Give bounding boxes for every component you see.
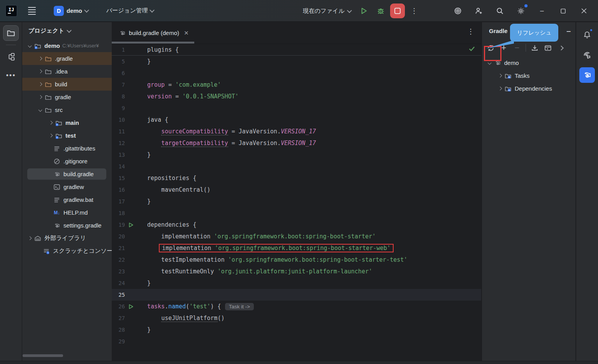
inspection-ok-icon[interactable] [468, 45, 476, 52]
gradle-item-Tasks[interactable]: Tasks [482, 69, 575, 82]
project-item-build[interactable]: build [22, 78, 112, 91]
gutter-run-icon[interactable] [125, 222, 137, 228]
code-line-5[interactable]: 5} [112, 56, 481, 67]
project-widget[interactable]: D demo [51, 4, 91, 18]
code-line-17[interactable]: 17} [112, 196, 481, 207]
project-item-.gradle[interactable]: .gradle [22, 52, 112, 65]
project-item--[interactable]: 外部ライブラリ [22, 232, 112, 245]
debug-button[interactable] [373, 3, 389, 19]
code-with-me-icon[interactable] [471, 3, 487, 19]
code-line-23[interactable]: 23 testRuntimeOnly 'org.junit.platform:j… [112, 266, 481, 277]
code-line-25[interactable]: 25 [112, 289, 481, 301]
stop-button[interactable] [390, 4, 405, 18]
code-line-12[interactable]: 12 targetCompatibility = JavaVersion.VER… [112, 137, 481, 149]
project-item-.idea[interactable]: .idea [22, 65, 112, 78]
editor-options-icon[interactable]: ⋮ [467, 28, 474, 35]
gradle-tool-window-button[interactable] [579, 67, 595, 83]
run-configuration-selector[interactable]: 現在のファイル [300, 5, 354, 17]
code-line-22[interactable]: 22 testImplementation 'org.springframewo… [112, 254, 481, 266]
right-chevron-icon[interactable] [496, 74, 504, 77]
code-line-15[interactable]: 15repositories { [112, 172, 481, 184]
search-everywhere-icon[interactable] [492, 3, 508, 19]
run-button[interactable] [356, 3, 371, 19]
project-panel-header[interactable]: プロジェクト [22, 22, 112, 39]
code-line-29[interactable]: 29 [112, 336, 481, 347]
down-chevron-icon[interactable] [485, 61, 494, 64]
project-item-.gitattributes[interactable]: .gitattributes [22, 142, 112, 155]
code-line-14[interactable]: 14 [112, 161, 481, 172]
gutter-run-icon[interactable] [125, 304, 137, 310]
right-chevron-icon[interactable] [36, 57, 44, 60]
toolbar-chevron-right-icon[interactable] [555, 42, 567, 54]
right-chevron-icon[interactable] [36, 70, 44, 73]
settings-gear-icon[interactable] [513, 3, 529, 19]
gradle-download-sources-button[interactable] [528, 42, 541, 54]
more-tool-windows-icon[interactable]: ••• [0, 72, 22, 80]
project-item-HELP.md[interactable]: M↓HELP.md [22, 206, 112, 219]
project-item-src[interactable]: src [22, 103, 112, 116]
code-line-9[interactable]: 9 [112, 102, 481, 114]
project-item-settings.gradle[interactable]: settings.gradle [22, 219, 112, 232]
project-item--[interactable]: スクラッチとコンソール [22, 245, 112, 257]
right-chevron-icon[interactable] [25, 237, 34, 240]
code-token: = [172, 93, 182, 100]
code-line-28[interactable]: 28} [112, 324, 481, 336]
code-line-11[interactable]: 11 sourceCompatibility = JavaVersion.VER… [112, 126, 481, 137]
code-line-1[interactable]: 1plugins { [112, 44, 481, 56]
window-maximize-button[interactable] [555, 3, 571, 19]
code-line-27[interactable]: 27 useJUnitPlatform() [112, 312, 481, 324]
code-token: } [147, 198, 151, 205]
down-chevron-icon[interactable] [25, 44, 34, 47]
line-number: 21 [112, 245, 125, 251]
inline-hint-badge[interactable]: Task it -> [225, 303, 254, 310]
code-line-24[interactable]: 24} [112, 277, 481, 289]
code-line-6[interactable]: 6 [112, 67, 481, 79]
more-actions-icon[interactable]: ⋮ [406, 3, 422, 19]
gradle-item-Dependencies[interactable]: Dependencies [482, 82, 575, 95]
code-text: version = '0.0.1-SNAPSHOT' [137, 93, 239, 100]
gradle-run-task-button[interactable] [542, 42, 554, 54]
line-number: 28 [112, 327, 125, 333]
window-minimize-button[interactable]: – [534, 3, 550, 19]
titlebar-right-group: – [450, 0, 598, 22]
main-menu-burger-icon[interactable] [24, 3, 40, 19]
chevron-down-icon [67, 28, 72, 33]
code-text: } [137, 58, 151, 65]
code-line-7[interactable]: 7group = 'com.example' [112, 79, 481, 91]
code-line-21[interactable]: 21 implementation 'org.springframework.b… [112, 242, 481, 254]
tab-build-gradle[interactable]: build.gradle (demo) ✕ [112, 22, 194, 44]
right-chevron-icon[interactable] [46, 134, 55, 137]
project-item-gradle[interactable]: gradle [22, 91, 112, 103]
structure-tool-window-button[interactable] [3, 49, 19, 65]
code-viewport[interactable]: 1plugins {5}67group = 'com.example'8vers… [112, 44, 481, 347]
right-chevron-icon[interactable] [496, 87, 504, 90]
project-item-demo[interactable]: demoC:¥Users¥user¥ [22, 39, 112, 52]
code-line-10[interactable]: 10java { [112, 114, 481, 126]
window-close-button[interactable] [576, 3, 592, 19]
right-chevron-icon[interactable] [46, 121, 55, 124]
project-item-test[interactable]: test [22, 129, 112, 142]
down-chevron-icon[interactable] [36, 108, 44, 111]
code-line-20[interactable]: 20 implementation 'org.springframework.b… [112, 231, 481, 242]
code-line-13[interactable]: 13} [112, 149, 481, 161]
vcs-widget[interactable]: バージョン管理 [103, 5, 157, 16]
horizontal-scrollbar[interactable] [23, 354, 63, 357]
project-item-main[interactable]: main [22, 116, 112, 129]
notifications-bell-icon[interactable] [579, 27, 595, 42]
hide-panel-button[interactable]: – [566, 26, 571, 35]
project-tool-window-button[interactable] [3, 25, 19, 41]
code-line-19[interactable]: 19dependencies { [112, 219, 481, 231]
right-chevron-icon[interactable] [36, 96, 44, 98]
project-item-.gitignore[interactable]: .gitignore [22, 155, 112, 168]
assistant-chat-icon[interactable] [579, 47, 595, 63]
project-item-gradlew.bat[interactable]: gradlew.bat [22, 193, 112, 206]
project-item-gradlew[interactable]: gradlew [22, 180, 112, 193]
ai-assistant-icon[interactable] [450, 3, 466, 19]
project-item-build.gradle[interactable]: build.gradle [22, 168, 112, 180]
code-line-8[interactable]: 8version = '0.0.1-SNAPSHOT' [112, 91, 481, 102]
code-line-18[interactable]: 18 [112, 207, 481, 219]
right-chevron-icon[interactable] [36, 83, 44, 86]
tab-close-icon[interactable]: ✕ [184, 30, 189, 37]
code-line-16[interactable]: 16 mavenCentral() [112, 184, 481, 196]
code-line-26[interactable]: 26tasks.named('test') {Task it -> [112, 301, 481, 312]
